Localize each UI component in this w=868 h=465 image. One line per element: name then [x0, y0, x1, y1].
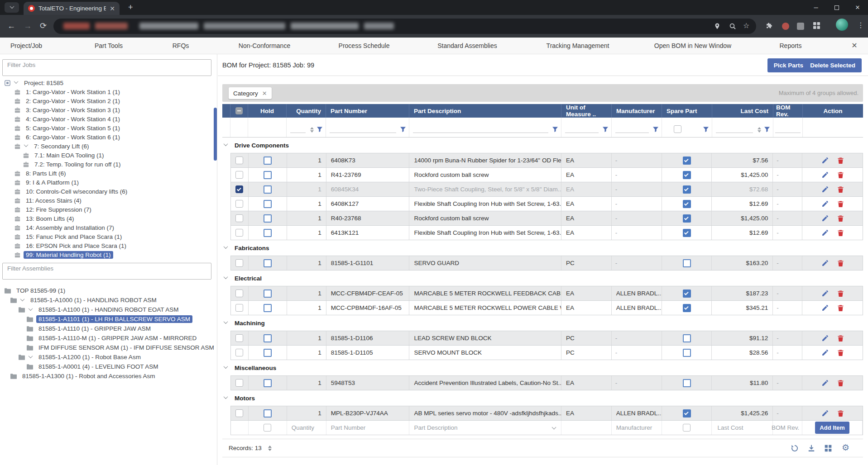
tree-item[interactable]: 7.1: Main EOA Tooling (1) [0, 151, 217, 160]
spare-part-filter[interactable] [662, 118, 712, 137]
tree-item[interactable]: 13: Boom Lifts (4) [0, 214, 217, 223]
spare-part-checkbox[interactable] [683, 171, 691, 179]
row-select-checkbox[interactable] [235, 349, 243, 356]
filter-funnel-icon[interactable] [764, 126, 770, 133]
spare-part-checkbox[interactable] [683, 304, 691, 312]
edit-pencil-icon[interactable] [821, 171, 829, 179]
part-number-filter[interactable] [326, 118, 409, 137]
tab-close-icon[interactable]: ✕ [110, 5, 115, 12]
new-tab-button[interactable]: + [128, 3, 133, 12]
edit-pencil-icon[interactable] [821, 379, 829, 387]
column-header-part-number[interactable]: Part Number [326, 104, 409, 118]
row-select-checkbox[interactable] [235, 379, 243, 387]
chevron-down-icon[interactable] [224, 142, 228, 146]
edit-pencil-icon[interactable] [821, 409, 829, 417]
extension-icon[interactable] [782, 23, 789, 30]
chevron-down-icon[interactable] [24, 142, 29, 147]
chevron-down-icon[interactable] [14, 79, 19, 84]
hold-checkbox[interactable] [264, 409, 272, 418]
chevron-down-icon[interactable] [224, 364, 228, 369]
pick-parts-button[interactable]: Pick Parts [767, 58, 810, 72]
profile-avatar[interactable] [836, 19, 848, 31]
table-row[interactable]: 1R40-23768Rockford custom ball screwEA-$… [230, 211, 863, 226]
column-header-unit-of-measure[interactable]: Unit of Measure .. [561, 104, 612, 118]
group-header-row[interactable]: Motors [222, 390, 863, 406]
filter-funnel-icon[interactable] [317, 126, 323, 133]
spare-part-checkbox[interactable] [683, 214, 691, 223]
tree-item[interactable]: TOP 81585-99 (1) [0, 286, 217, 295]
add-hold-checkbox[interactable] [249, 421, 287, 435]
forward-icon[interactable]: → [24, 21, 32, 31]
manufacturer-filter[interactable] [612, 118, 662, 137]
tree-item[interactable]: 14: Assembly and Installation (7) [0, 223, 217, 232]
filter-jobs-input[interactable] [2, 59, 211, 76]
tree-item[interactable]: IFM DIFFUSE SENSOR ASM (1) - IFM DIFFUSE… [0, 343, 217, 352]
refresh-icon[interactable] [791, 444, 799, 452]
tree-item[interactable]: 81585-1-A1000 (1) - HANDLING ROBOT ASM [0, 295, 217, 305]
menu-item-project-job[interactable]: Project/Job [10, 38, 42, 54]
menu-item-part-tools[interactable]: Part Tools [95, 38, 123, 54]
tree-item[interactable]: 12: Fire Suppression (7) [0, 205, 217, 214]
row-select-checkbox[interactable] [235, 409, 243, 417]
quantity-filter[interactable] [287, 118, 326, 137]
row-select-checkbox[interactable] [235, 229, 243, 237]
hold-checkbox[interactable] [264, 214, 272, 223]
filter-funnel-icon[interactable] [703, 126, 709, 133]
table-row[interactable]: 181585-1-D1105SERVO MOUNT BLOCKPC-$28.56… [230, 345, 863, 360]
edit-pencil-icon[interactable] [821, 289, 829, 297]
edit-pencil-icon[interactable] [821, 214, 829, 222]
back-icon[interactable]: ← [7, 21, 15, 31]
delete-trash-icon[interactable] [837, 260, 844, 267]
group-header-row[interactable]: Miscellaneous [222, 360, 863, 375]
spare-part-checkbox[interactable] [683, 289, 691, 298]
chevron-down-icon[interactable] [224, 275, 228, 279]
tree-item[interactable]: 16: EPSON Pick and Place Scara (1) [0, 241, 217, 250]
tree-item[interactable]: 6: Cargo-Vator - Work Station 6 (1) [0, 133, 217, 142]
tree-item[interactable]: 8: Parts Lift (6) [0, 169, 217, 178]
add-part-description-field[interactable]: Part Description [414, 424, 457, 431]
delete-trash-icon[interactable] [837, 200, 844, 208]
edit-pencil-icon[interactable] [821, 200, 829, 208]
table-row[interactable]: 1R41-23769Rockford custom ball screwEA-$… [230, 167, 863, 182]
group-header-row[interactable]: Machining [222, 315, 863, 331]
tree-item[interactable]: 15: Fanuc Pick and Place Scara (1) [0, 232, 217, 241]
sort-spinner-icon[interactable] [310, 127, 314, 133]
hold-checkbox[interactable] [264, 379, 272, 387]
spare-part-checkbox[interactable] [683, 200, 691, 208]
chevron-down-icon[interactable] [29, 306, 33, 311]
spare-part-checkbox[interactable] [683, 379, 691, 387]
column-header-manufacturer[interactable]: Manufacturer [612, 104, 662, 118]
filter-funnel-icon[interactable] [552, 126, 558, 133]
spare-part-checkbox[interactable] [683, 334, 691, 342]
edit-pencil-icon[interactable] [821, 349, 829, 356]
menu-item-standard-assemblies[interactable]: Standard Assemblies [437, 38, 497, 54]
add-last-cost-field[interactable]: Last Cost [717, 424, 743, 431]
table-row[interactable]: 1MPL-B230P-VJ74AAAB MPL series servo mot… [230, 406, 863, 421]
extension-grid-icon[interactable] [813, 22, 820, 31]
records-spinner-icon[interactable] [268, 446, 272, 451]
column-header-hold[interactable]: Hold [248, 104, 287, 118]
delete-trash-icon[interactable] [837, 349, 844, 356]
row-select-checkbox[interactable] [235, 185, 243, 193]
delete-selected-button[interactable]: Delete Selected [804, 58, 862, 72]
delete-trash-icon[interactable] [837, 215, 844, 222]
add-spare-checkbox[interactable] [662, 421, 712, 435]
table-row[interactable]: 160845K34Two-Piece Shaft Coupling, Steel… [230, 182, 863, 197]
row-select-checkbox[interactable] [235, 289, 243, 297]
menu-item-tracking-management[interactable]: Tracking Management [547, 38, 609, 54]
zoom-icon[interactable] [729, 23, 736, 32]
hold-checkbox[interactable] [264, 171, 272, 179]
table-row[interactable]: 15948T53Accident Prevention Illustrated … [230, 375, 863, 390]
table-row[interactable]: 1MCC-CFBM4DF-CEAF-05MARCABLE 5 METER ROC… [230, 286, 863, 301]
last-cost-filter[interactable] [712, 118, 773, 137]
spare-part-checkbox[interactable] [683, 157, 691, 165]
location-pin-icon[interactable] [714, 23, 721, 32]
delete-trash-icon[interactable] [837, 410, 844, 417]
row-select-checkbox[interactable] [235, 304, 243, 312]
browser-menu-icon[interactable]: ⋮ [857, 21, 864, 29]
hold-checkbox[interactable] [264, 334, 272, 342]
table-row[interactable]: 16408K7314000 rpm Buna-N Rubber Spider f… [230, 153, 863, 168]
add-item-button[interactable]: Add Item [815, 422, 849, 434]
chevron-down-icon[interactable] [20, 297, 25, 301]
tree-item[interactable]: 10: Controls-Cell w/secondary lifts (6) [0, 187, 217, 196]
